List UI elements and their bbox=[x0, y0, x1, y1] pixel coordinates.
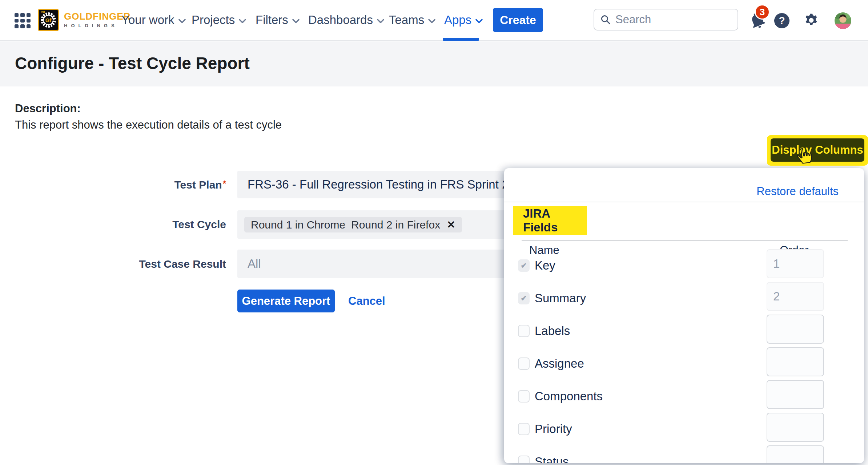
display-columns-highlight-ring: Display Columns bbox=[767, 135, 868, 166]
display-columns-panel: Restore defaults JIRA Fields Name Order … bbox=[504, 168, 864, 463]
settings-gear-icon[interactable] bbox=[803, 12, 819, 30]
cancel-link[interactable]: Cancel bbox=[348, 290, 385, 312]
logo-emblem: 79F Gf bbox=[38, 9, 59, 31]
check-icon: ✔ bbox=[521, 294, 527, 303]
remove-chip-icon[interactable]: ✕ bbox=[447, 219, 455, 231]
create-button[interactable]: Create bbox=[493, 8, 543, 32]
test-case-result-label: Test Case Result bbox=[117, 258, 226, 270]
generate-report-button[interactable]: Generate Report bbox=[237, 290, 335, 312]
test-case-result-input[interactable] bbox=[237, 250, 532, 278]
app-switcher-grid-icon[interactable] bbox=[15, 13, 31, 28]
search-input[interactable] bbox=[615, 13, 724, 26]
user-avatar[interactable] bbox=[835, 12, 851, 31]
nav-item-projects[interactable]: Projects bbox=[192, 0, 246, 40]
test-plan-label: Test Plan* bbox=[117, 179, 226, 191]
test-cycle-chip[interactable]: Round 2 in Firefox ✕ bbox=[345, 217, 462, 232]
top-navigation-bar: 79F Gf GOLDFINGER HOLDINGS Your work Pro… bbox=[0, 0, 868, 41]
description-text: This report shows the execution details … bbox=[15, 118, 282, 132]
logo-title: GOLDFINGER bbox=[64, 12, 130, 21]
order-input-priority[interactable] bbox=[767, 413, 824, 442]
chevron-down-icon bbox=[178, 19, 186, 24]
test-cycle-select[interactable]: Round 1 in Chrome ✕ Round 2 in Firefox ✕ bbox=[237, 210, 532, 239]
required-asterisk: * bbox=[223, 179, 226, 189]
description-label: Description: bbox=[15, 102, 81, 115]
checkbox-summary[interactable]: ✔ bbox=[518, 292, 530, 304]
nav-item-dashboards[interactable]: Dashboards bbox=[308, 0, 385, 40]
test-case-result-select[interactable] bbox=[237, 250, 532, 278]
jira-fields-section-title: JIRA Fields bbox=[513, 207, 587, 234]
order-input-components[interactable] bbox=[767, 380, 824, 409]
notification-count-badge: 3 bbox=[755, 4, 770, 20]
page-title: Configure - Test Cycle Report bbox=[15, 53, 250, 73]
checkbox-priority[interactable]: ✔ bbox=[518, 423, 530, 435]
hand-pointer-cursor-icon bbox=[794, 146, 814, 165]
display-columns-button[interactable]: Display Columns bbox=[771, 138, 864, 162]
order-input-assignee[interactable] bbox=[767, 347, 824, 376]
chevron-down-icon bbox=[428, 19, 436, 24]
order-input-summary bbox=[767, 282, 824, 311]
search-icon bbox=[600, 14, 611, 25]
table-top-border bbox=[522, 240, 848, 241]
jira-fields-section-highlight: JIRA Fields bbox=[513, 206, 587, 235]
help-icon[interactable]: ? bbox=[774, 13, 789, 28]
logo-badge-text: 79F bbox=[40, 10, 46, 14]
active-tab-underline bbox=[443, 38, 479, 41]
nav-item-your-work[interactable]: Your work bbox=[121, 0, 186, 40]
column-header-name: Name bbox=[529, 244, 559, 257]
chevron-down-icon bbox=[475, 19, 483, 24]
restore-defaults-link[interactable]: Restore defaults bbox=[756, 185, 839, 198]
test-cycle-label: Test Cycle bbox=[117, 218, 226, 231]
checkbox-status[interactable]: ✔ bbox=[518, 456, 530, 463]
global-search[interactable] bbox=[594, 9, 738, 31]
check-icon: ✔ bbox=[521, 261, 527, 270]
panel-divider bbox=[504, 202, 864, 202]
shutter-icon: Gf bbox=[41, 12, 56, 28]
test-plan-select[interactable]: FRS-36 - Full Regression Testing in FRS … bbox=[237, 171, 532, 198]
nav-item-teams[interactable]: Teams bbox=[389, 0, 436, 40]
checkbox-key[interactable]: ✔ bbox=[518, 259, 530, 272]
goldfinger-logo[interactable]: 79F Gf GOLDFINGER HOLDINGS bbox=[38, 9, 130, 31]
order-input-labels[interactable] bbox=[767, 315, 824, 344]
chevron-down-icon bbox=[292, 19, 300, 24]
order-input-key bbox=[767, 249, 824, 278]
nav-item-apps[interactable]: Apps bbox=[444, 0, 483, 40]
chevron-down-icon bbox=[377, 19, 385, 24]
chevron-down-icon bbox=[238, 19, 246, 24]
logo-monogram: Gf bbox=[43, 15, 53, 25]
checkbox-assignee[interactable]: ✔ bbox=[518, 357, 530, 370]
checkbox-labels[interactable]: ✔ bbox=[518, 325, 530, 337]
checkbox-components[interactable]: ✔ bbox=[518, 390, 530, 403]
logo-subtitle: HOLDINGS bbox=[64, 23, 130, 28]
nav-item-filters[interactable]: Filters bbox=[256, 0, 300, 40]
field-row-status: ✔ Status bbox=[504, 453, 864, 463]
order-input-status[interactable] bbox=[767, 445, 824, 463]
